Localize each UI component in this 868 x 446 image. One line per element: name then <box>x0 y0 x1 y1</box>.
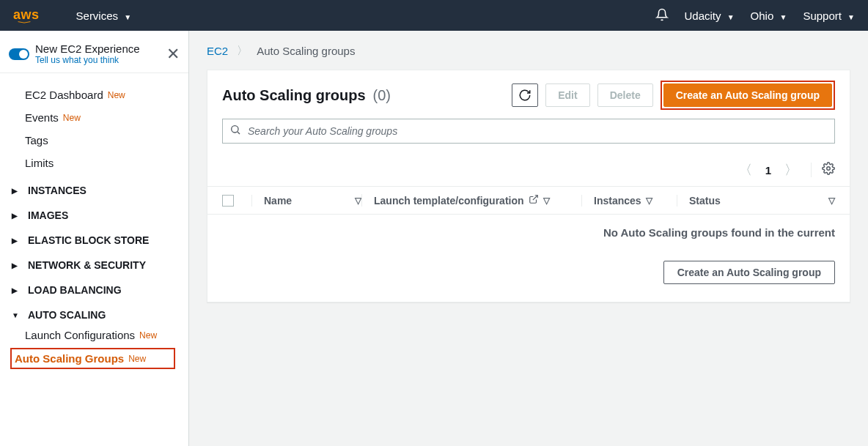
caret-down-icon: ▼ <box>779 13 787 21</box>
caret-down-icon: ▼ <box>727 13 735 21</box>
sort-icon: ▽ <box>828 196 835 206</box>
column-label: Launch template/configuration <box>374 195 524 207</box>
new-badge: New <box>128 354 146 364</box>
account-label: Udacity <box>685 10 721 22</box>
caret-down-icon: ▼ <box>847 13 855 21</box>
sort-icon: ▽ <box>355 196 361 206</box>
breadcrumb-root-link[interactable]: EC2 <box>207 45 228 57</box>
sidebar-section-load-balancing[interactable]: ▶ LOAD BALANCING <box>12 274 177 299</box>
sidebar-item-ec2-dashboard[interactable]: EC2 Dashboard New <box>12 83 177 106</box>
services-menu[interactable]: Services ▼ <box>76 10 132 22</box>
panel-count: (0) <box>373 87 391 104</box>
account-menu[interactable]: Udacity ▼ <box>685 10 735 22</box>
column-label: Name <box>264 195 292 207</box>
sidebar-item-tags[interactable]: Tags <box>12 129 177 152</box>
chevron-right-icon: ▶ <box>12 237 19 245</box>
sidebar-item-label: Tags <box>25 134 48 146</box>
sidebar-section-images[interactable]: ▶ IMAGES <box>12 199 177 224</box>
svg-line-1 <box>238 132 240 134</box>
aws-logo-smile-icon <box>13 21 35 23</box>
chevron-right-icon: ▶ <box>12 212 19 220</box>
services-label: Services <box>76 10 119 22</box>
chevron-right-icon: ▶ <box>12 286 19 294</box>
table-header-row: Name ▽ Launch template/configuration ▽ I… <box>207 186 850 215</box>
experience-feedback-link[interactable]: Tell us what you think <box>35 55 161 65</box>
column-header-status[interactable]: Status ▽ <box>677 195 835 207</box>
chevron-right-icon: 〉 <box>237 44 248 58</box>
gear-icon <box>822 162 835 175</box>
sidebar-item-label: Limits <box>25 157 54 169</box>
aws-logo-text: aws <box>13 7 40 23</box>
chevron-right-icon: ▶ <box>12 261 19 270</box>
page-number: 1 <box>765 164 771 176</box>
content-area: EC2 〉 Auto Scaling groups Auto Scaling g… <box>189 31 868 446</box>
pagination: 〈 1 〉 <box>207 151 850 186</box>
search-input[interactable] <box>222 119 835 144</box>
panel-title: Auto Scaling groups <box>222 87 366 104</box>
sidebar-section-instances[interactable]: ▶ INSTANCES <box>12 174 177 199</box>
next-page-button[interactable]: 〉 <box>781 160 801 180</box>
breadcrumb: EC2 〉 Auto Scaling groups <box>207 44 850 58</box>
column-header-launch-template[interactable]: Launch template/configuration ▽ <box>361 194 581 207</box>
breadcrumb-current: Auto Scaling groups <box>257 45 355 57</box>
section-label: NETWORK & SECURITY <box>28 259 146 271</box>
auto-scaling-groups-panel: Auto Scaling groups (0) Edit Delete Crea… <box>207 70 850 302</box>
sidebar-section-auto-scaling[interactable]: ▼ AUTO SCALING <box>12 299 177 324</box>
sidebar-section-network-security[interactable]: ▶ NETWORK & SECURITY <box>12 249 177 274</box>
experience-title: New EC2 Experience <box>35 42 161 55</box>
sidebar-item-events[interactable]: Events New <box>12 106 177 129</box>
search-icon <box>229 124 241 138</box>
create-auto-scaling-group-button[interactable]: Create an Auto Scaling group <box>663 83 832 107</box>
svg-line-3 <box>532 196 537 200</box>
create-button-highlight: Create an Auto Scaling group <box>661 81 835 110</box>
sidebar-section-ebs[interactable]: ▶ ELASTIC BLOCK STORE <box>12 224 177 249</box>
region-label: Ohio <box>751 10 774 22</box>
empty-state-message: No Auto Scaling groups found in the curr… <box>207 215 850 261</box>
sidebar-item-limits[interactable]: Limits <box>12 152 177 174</box>
column-label: Status <box>689 195 721 207</box>
top-navbar: aws Services ▼ Udacity ▼ Ohio ▼ Support … <box>0 0 868 31</box>
new-badge: New <box>139 330 157 341</box>
aws-logo[interactable]: aws <box>13 7 40 23</box>
sidebar-item-label: Launch Configurations <box>25 329 135 341</box>
column-header-instances[interactable]: Instances ▽ <box>581 195 677 207</box>
delete-button[interactable]: Delete <box>597 83 653 107</box>
section-label: LOAD BALANCING <box>28 284 122 296</box>
svg-point-2 <box>827 167 831 171</box>
settings-button[interactable] <box>822 162 835 178</box>
new-badge: New <box>63 113 81 123</box>
sidebar-item-selected-highlight: Auto Scaling Groups New <box>10 348 175 369</box>
section-label: AUTO SCALING <box>28 309 106 321</box>
chevron-down-icon: ▼ <box>12 311 19 319</box>
svg-point-0 <box>232 126 238 133</box>
experience-toggle[interactable] <box>9 48 29 60</box>
sidebar-item-label: Auto Scaling Groups <box>15 352 124 365</box>
region-menu[interactable]: Ohio ▼ <box>751 10 787 22</box>
new-experience-banner: New EC2 Experience Tell us what you thin… <box>0 31 188 73</box>
sidebar-item-launch-configurations[interactable]: Launch Configurations New <box>12 324 177 346</box>
prev-page-button[interactable]: 〈 <box>736 160 755 180</box>
sidebar-item-auto-scaling-groups[interactable]: Auto Scaling Groups New <box>15 352 171 365</box>
refresh-icon <box>518 89 532 102</box>
external-link-icon <box>529 194 539 207</box>
chevron-right-icon: ▶ <box>12 187 19 195</box>
support-menu[interactable]: Support ▼ <box>803 10 855 22</box>
create-auto-scaling-group-empty-button[interactable]: Create an Auto Scaling group <box>663 261 835 284</box>
refresh-button[interactable] <box>512 83 538 107</box>
sort-icon: ▽ <box>646 196 652 206</box>
column-label: Instances <box>594 195 641 207</box>
sort-icon: ▽ <box>543 196 550 206</box>
section-label: ELASTIC BLOCK STORE <box>28 234 149 246</box>
section-label: INSTANCES <box>28 185 87 196</box>
notifications-icon[interactable] <box>655 8 669 23</box>
sidebar-item-label: Events <box>25 111 59 124</box>
close-icon[interactable]: ✕ <box>166 46 180 62</box>
section-label: IMAGES <box>28 209 68 221</box>
column-header-name[interactable]: Name ▽ <box>251 195 361 207</box>
edit-button[interactable]: Edit <box>545 83 589 107</box>
new-badge: New <box>108 90 125 100</box>
sidebar-item-label: EC2 Dashboard <box>25 89 103 101</box>
caret-down-icon: ▼ <box>124 13 131 21</box>
select-all-checkbox[interactable] <box>222 195 234 207</box>
support-label: Support <box>803 10 842 22</box>
